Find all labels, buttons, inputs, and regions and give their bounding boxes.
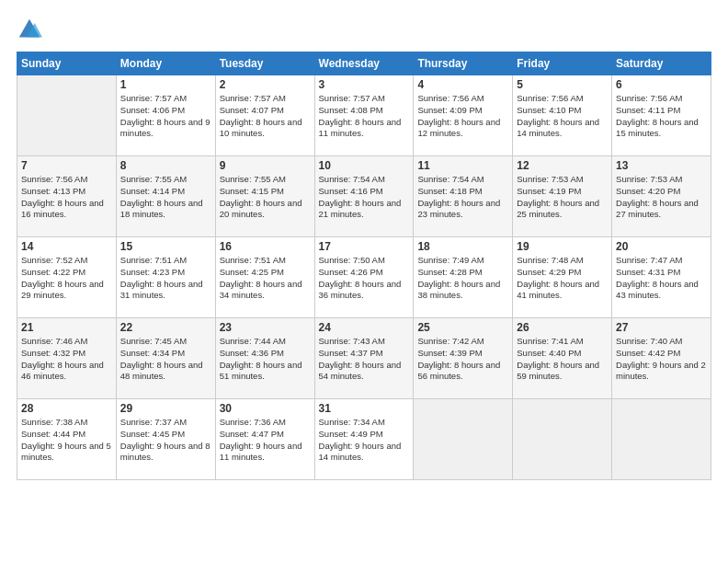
- table-row: 1 Sunrise: 7:57 AMSunset: 4:06 PMDayligh…: [116, 75, 215, 156]
- table-row: 10 Sunrise: 7:54 AMSunset: 4:16 PMDaylig…: [314, 156, 414, 237]
- day-content: Sunrise: 7:44 AMSunset: 4:36 PMDaylight:…: [220, 336, 311, 383]
- day-content: Sunrise: 7:54 AMSunset: 4:18 PMDaylight:…: [417, 174, 508, 221]
- col-thursday: Thursday: [414, 52, 513, 75]
- day-number: 22: [120, 321, 211, 334]
- day-number: 26: [517, 321, 608, 334]
- calendar-week-row: 1 Sunrise: 7:57 AMSunset: 4:06 PMDayligh…: [17, 75, 711, 156]
- day-number: 16: [220, 240, 311, 253]
- day-content: Sunrise: 7:34 AMSunset: 4:49 PMDaylight:…: [319, 417, 410, 464]
- day-number: 4: [417, 78, 508, 91]
- calendar-week-row: 7 Sunrise: 7:56 AMSunset: 4:13 PMDayligh…: [17, 156, 711, 237]
- logo: [17, 17, 44, 42]
- day-content: Sunrise: 7:49 AMSunset: 4:28 PMDaylight:…: [417, 255, 508, 302]
- calendar-header-row: Sunday Monday Tuesday Wednesday Thursday…: [17, 52, 711, 75]
- table-row: 14 Sunrise: 7:52 AMSunset: 4:22 PMDaylig…: [17, 237, 117, 318]
- day-content: Sunrise: 7:45 AMSunset: 4:34 PMDaylight:…: [120, 336, 211, 383]
- day-number: 8: [120, 159, 211, 172]
- table-row: 17 Sunrise: 7:50 AMSunset: 4:26 PMDaylig…: [314, 237, 414, 318]
- table-row: 2 Sunrise: 7:57 AMSunset: 4:07 PMDayligh…: [215, 75, 314, 156]
- table-row: 24 Sunrise: 7:43 AMSunset: 4:37 PMDaylig…: [314, 318, 414, 399]
- day-number: 1: [120, 78, 211, 91]
- calendar-week-row: 14 Sunrise: 7:52 AMSunset: 4:22 PMDaylig…: [17, 237, 711, 318]
- logo-icon: [17, 17, 42, 42]
- day-number: 3: [319, 78, 410, 91]
- day-content: Sunrise: 7:42 AMSunset: 4:39 PMDaylight:…: [417, 336, 508, 383]
- table-row: 18 Sunrise: 7:49 AMSunset: 4:28 PMDaylig…: [414, 237, 513, 318]
- table-row: 7 Sunrise: 7:56 AMSunset: 4:13 PMDayligh…: [17, 156, 117, 237]
- day-content: Sunrise: 7:50 AMSunset: 4:26 PMDaylight:…: [319, 255, 410, 302]
- day-number: 23: [220, 321, 311, 334]
- table-row: 30 Sunrise: 7:36 AMSunset: 4:47 PMDaylig…: [215, 399, 314, 480]
- table-row: [513, 399, 612, 480]
- table-row: 20 Sunrise: 7:47 AMSunset: 4:31 PMDaylig…: [612, 237, 711, 318]
- day-number: 29: [120, 402, 211, 415]
- day-number: 5: [517, 78, 608, 91]
- day-number: 13: [616, 159, 707, 172]
- calendar-table: Sunday Monday Tuesday Wednesday Thursday…: [17, 52, 711, 480]
- table-row: [414, 399, 513, 480]
- table-row: 3 Sunrise: 7:57 AMSunset: 4:08 PMDayligh…: [314, 75, 414, 156]
- day-content: Sunrise: 7:56 AMSunset: 4:10 PMDaylight:…: [517, 93, 608, 140]
- day-number: 20: [616, 240, 707, 253]
- day-content: Sunrise: 7:48 AMSunset: 4:29 PMDaylight:…: [517, 255, 608, 302]
- day-content: Sunrise: 7:51 AMSunset: 4:25 PMDaylight:…: [220, 255, 311, 302]
- day-number: 10: [319, 159, 410, 172]
- table-row: 26 Sunrise: 7:41 AMSunset: 4:40 PMDaylig…: [513, 318, 612, 399]
- day-content: Sunrise: 7:43 AMSunset: 4:37 PMDaylight:…: [319, 336, 410, 383]
- day-number: 15: [120, 240, 211, 253]
- day-content: Sunrise: 7:36 AMSunset: 4:47 PMDaylight:…: [220, 417, 311, 464]
- calendar-week-row: 21 Sunrise: 7:46 AMSunset: 4:32 PMDaylig…: [17, 318, 711, 399]
- page: Sunday Monday Tuesday Wednesday Thursday…: [0, 0, 728, 563]
- table-row: 28 Sunrise: 7:38 AMSunset: 4:44 PMDaylig…: [17, 399, 117, 480]
- day-content: Sunrise: 7:56 AMSunset: 4:13 PMDaylight:…: [21, 174, 112, 221]
- day-number: 6: [616, 78, 707, 91]
- col-tuesday: Tuesday: [215, 52, 314, 75]
- day-number: 9: [220, 159, 311, 172]
- day-content: Sunrise: 7:51 AMSunset: 4:23 PMDaylight:…: [120, 255, 211, 302]
- day-content: Sunrise: 7:57 AMSunset: 4:08 PMDaylight:…: [319, 93, 410, 140]
- col-sunday: Sunday: [17, 52, 117, 75]
- day-content: Sunrise: 7:54 AMSunset: 4:16 PMDaylight:…: [319, 174, 410, 221]
- day-number: 7: [21, 159, 112, 172]
- table-row: 8 Sunrise: 7:55 AMSunset: 4:14 PMDayligh…: [116, 156, 215, 237]
- table-row: 5 Sunrise: 7:56 AMSunset: 4:10 PMDayligh…: [513, 75, 612, 156]
- table-row: 23 Sunrise: 7:44 AMSunset: 4:36 PMDaylig…: [215, 318, 314, 399]
- table-row: 21 Sunrise: 7:46 AMSunset: 4:32 PMDaylig…: [17, 318, 117, 399]
- day-number: 27: [616, 321, 707, 334]
- day-content: Sunrise: 7:46 AMSunset: 4:32 PMDaylight:…: [21, 336, 112, 383]
- table-row: 6 Sunrise: 7:56 AMSunset: 4:11 PMDayligh…: [612, 75, 711, 156]
- day-content: Sunrise: 7:55 AMSunset: 4:15 PMDaylight:…: [220, 174, 311, 221]
- day-content: Sunrise: 7:52 AMSunset: 4:22 PMDaylight:…: [21, 255, 112, 302]
- day-number: 2: [220, 78, 311, 91]
- day-number: 11: [417, 159, 508, 172]
- day-content: Sunrise: 7:53 AMSunset: 4:19 PMDaylight:…: [517, 174, 608, 221]
- day-number: 19: [517, 240, 608, 253]
- day-content: Sunrise: 7:47 AMSunset: 4:31 PMDaylight:…: [616, 255, 707, 302]
- day-number: 21: [21, 321, 112, 334]
- table-row: 22 Sunrise: 7:45 AMSunset: 4:34 PMDaylig…: [116, 318, 215, 399]
- day-content: Sunrise: 7:56 AMSunset: 4:11 PMDaylight:…: [616, 93, 707, 140]
- day-number: 24: [319, 321, 410, 334]
- calendar-week-row: 28 Sunrise: 7:38 AMSunset: 4:44 PMDaylig…: [17, 399, 711, 480]
- table-row: 11 Sunrise: 7:54 AMSunset: 4:18 PMDaylig…: [414, 156, 513, 237]
- table-row: 15 Sunrise: 7:51 AMSunset: 4:23 PMDaylig…: [116, 237, 215, 318]
- table-row: 19 Sunrise: 7:48 AMSunset: 4:29 PMDaylig…: [513, 237, 612, 318]
- table-row: 9 Sunrise: 7:55 AMSunset: 4:15 PMDayligh…: [215, 156, 314, 237]
- day-number: 31: [319, 402, 410, 415]
- day-number: 28: [21, 402, 112, 415]
- table-row: 4 Sunrise: 7:56 AMSunset: 4:09 PMDayligh…: [414, 75, 513, 156]
- table-row: 31 Sunrise: 7:34 AMSunset: 4:49 PMDaylig…: [314, 399, 414, 480]
- table-row: 27 Sunrise: 7:40 AMSunset: 4:42 PMDaylig…: [612, 318, 711, 399]
- col-saturday: Saturday: [612, 52, 711, 75]
- day-content: Sunrise: 7:38 AMSunset: 4:44 PMDaylight:…: [21, 417, 112, 464]
- day-content: Sunrise: 7:56 AMSunset: 4:09 PMDaylight:…: [417, 93, 508, 140]
- table-row: 13 Sunrise: 7:53 AMSunset: 4:20 PMDaylig…: [612, 156, 711, 237]
- table-row: 16 Sunrise: 7:51 AMSunset: 4:25 PMDaylig…: [215, 237, 314, 318]
- day-number: 30: [220, 402, 311, 415]
- table-row: 12 Sunrise: 7:53 AMSunset: 4:19 PMDaylig…: [513, 156, 612, 237]
- day-content: Sunrise: 7:57 AMSunset: 4:06 PMDaylight:…: [120, 93, 211, 140]
- day-number: 17: [319, 240, 410, 253]
- col-friday: Friday: [513, 52, 612, 75]
- table-row: [612, 399, 711, 480]
- header: [17, 17, 711, 42]
